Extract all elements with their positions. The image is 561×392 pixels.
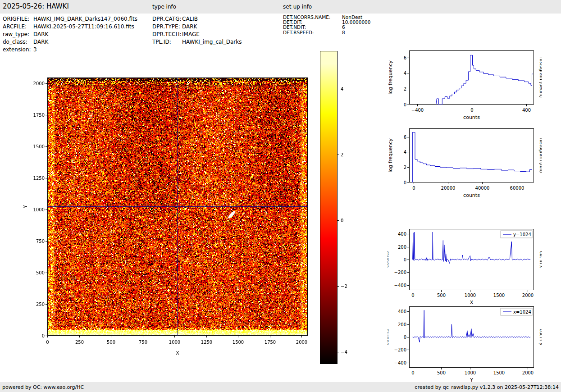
x-tick-label: 40000 <box>475 186 490 191</box>
y-tick-label: 1000 <box>33 207 45 212</box>
y-tick-label: −400 <box>394 360 406 365</box>
type-info-header: type info <box>152 4 176 10</box>
metadata-row: ORIGFILE:HAWKI_IMG_DARK_Darks147_0060.fi… <box>3 16 137 23</box>
file-info-block: ORIGFILE:HAWKI_IMG_DARK_Darks147_0060.fi… <box>3 16 137 54</box>
x-axis-label: counts <box>463 192 480 198</box>
metadata-row: DET.DIT:10.0000000 <box>283 19 370 24</box>
colorbar-tick-label: 2 <box>341 152 343 157</box>
histogram-detail-plot: −40004000246countslog frequencyhistogram… <box>388 43 542 127</box>
metadata-value: 10.0000000 <box>342 19 370 25</box>
x-tick-label: 0 <box>411 370 414 375</box>
cut-x-svg: 0500100015002000−400−2000200400Xcountscu… <box>388 220 542 306</box>
footer-bar: powered by QC: www.eso.org/HC created by… <box>0 382 561 392</box>
colorbar-tick-label: 4 <box>341 87 343 91</box>
y-tick-label: 1750 <box>33 113 45 118</box>
footer-left-text: powered by QC: www.eso.org/HC <box>2 384 84 390</box>
legend: y=1024 <box>501 231 532 238</box>
colorbar-gradient <box>320 51 338 364</box>
x-tick-label: −400 <box>411 108 424 113</box>
hist-full-svg: 02000040000600000246countslog frequencyh… <box>388 121 542 205</box>
metadata-row: DET.NCORRS.NAME:NonDest <box>283 14 370 19</box>
x-tick-label: 1500 <box>233 340 244 345</box>
right-side-label: histogram (full) <box>539 138 542 173</box>
y-tick-label: −200 <box>394 270 406 275</box>
metadata-label: DET.DIT: <box>283 19 342 25</box>
x-tick-label: 1000 <box>465 370 476 375</box>
y-axis-label: Y <box>23 205 28 209</box>
right-side-label: cut in y <box>539 328 542 345</box>
data-line <box>436 55 533 105</box>
metadata-row: do_class:DARK <box>3 39 137 46</box>
x-tick-label: 1250 <box>201 340 212 345</box>
metadata-value: HAWKI_IMG_DARK_Darks147_0060.fits <box>33 16 137 22</box>
y-tick-label: 1500 <box>33 144 45 149</box>
y-tick-label: 750 <box>36 239 45 244</box>
metadata-label: DET.RSPEED: <box>283 30 342 35</box>
y-tick-label: 0 <box>404 102 406 107</box>
right-side-label: histogram (detail) <box>539 57 542 98</box>
setup-info-block: DET.NCORRS.NAME:NonDestDET.DIT:10.000000… <box>283 14 370 35</box>
y-tick-label: 400 <box>398 232 406 237</box>
metadata-value: DARK <box>182 23 197 30</box>
right-side-label: cut in x <box>539 251 542 268</box>
y-tick-label: 6 <box>404 135 406 140</box>
x-tick-label: 500 <box>437 370 446 375</box>
main-image-svg: 0250500750100012501500175020000250500750… <box>19 50 318 366</box>
y-tick-label: 6 <box>404 55 406 60</box>
x-tick-label: 0 <box>412 186 415 191</box>
metadata-label: TPL.ID: <box>152 39 182 45</box>
metadata-value: 6 <box>342 24 345 30</box>
y-tick-label: 400 <box>398 309 406 314</box>
metadata-label: DET.NDIT: <box>283 24 342 30</box>
metadata-value: DARK <box>33 39 48 45</box>
metadata-label: DPR.CATG: <box>152 16 182 22</box>
y-tick-label: 200 <box>398 245 406 250</box>
footer-right-text: created by qc_rawdisp.py v1.2.3 on 2025-… <box>415 384 559 390</box>
y-tick-label: 2000 <box>33 81 45 86</box>
type-info-block: DPR.CATG:CALIBDPR.TYPE:DARKDPR.TECH:IMAG… <box>152 16 242 46</box>
colorbar-tick-label: −4 <box>341 350 347 355</box>
y-tick-label: 4 <box>404 71 406 76</box>
legend: x=1024 <box>501 308 532 315</box>
x-tick-label: 400 <box>522 108 531 113</box>
y-tick-label: 0 <box>42 333 45 338</box>
metadata-label: DPR.TECH: <box>152 31 182 37</box>
y-tick-label: 0 <box>404 335 406 340</box>
metadata-label: ORIGFILE: <box>3 16 33 22</box>
x-tick-label: 2000 <box>522 370 534 375</box>
cut-in-x-plot: 0500100015002000−400−2000200400Xcountscu… <box>388 220 542 306</box>
x-tick-label: 0 <box>46 340 49 345</box>
y-axis-label: log frequency <box>388 138 393 173</box>
metadata-row: DET.RSPEED:8 <box>283 30 370 35</box>
cut-in-y-plot: 0500100015002000−400−2000200400Ycountscu… <box>388 297 542 384</box>
axes-box <box>410 51 534 105</box>
x-tick-label: 0 <box>470 108 473 113</box>
metadata-row: DPR.CATG:CALIB <box>152 16 242 23</box>
metadata-row: DPR.TYPE:DARK <box>152 23 242 31</box>
x-axis-label: counts <box>463 114 480 120</box>
cut-y-svg: 0500100015002000−400−2000200400Ycountscu… <box>388 297 542 384</box>
metadata-value: IMAGE <box>182 31 200 37</box>
metadata-value: 8 <box>342 30 345 35</box>
metadata-label: DET.NCORRS.NAME: <box>283 14 342 20</box>
x-tick-label: 1750 <box>265 340 276 345</box>
axes-box <box>410 129 534 182</box>
metadata-label: ARCFILE: <box>3 23 33 30</box>
y-axis-label: log frequency <box>388 60 393 95</box>
data-line <box>412 132 532 183</box>
y-tick-label: 500 <box>36 270 45 275</box>
page-title: 2025-05-26: HAWKI <box>3 2 69 10</box>
metadata-value: CALIB <box>182 16 198 22</box>
y-tick-label: 2 <box>404 165 406 170</box>
colorbar-svg: 420−2−4 <box>320 51 360 366</box>
metadata-value: HAWKI.2025-05-27T11:09:16.610.fits <box>33 23 134 30</box>
metadata-row: ARCFILE:HAWKI.2025-05-27T11:09:16.610.fi… <box>3 23 137 31</box>
x-tick-label: 250 <box>75 340 84 345</box>
legend-label: x=1024 <box>513 310 531 315</box>
metadata-label: raw_type: <box>3 31 33 37</box>
legend-label: y=1024 <box>513 232 531 237</box>
x-tick-label: 2000 <box>296 340 307 345</box>
colorbar-tick-label: 0 <box>341 218 343 223</box>
y-tick-label: 1250 <box>33 176 45 181</box>
x-tick-label: 750 <box>139 340 147 345</box>
